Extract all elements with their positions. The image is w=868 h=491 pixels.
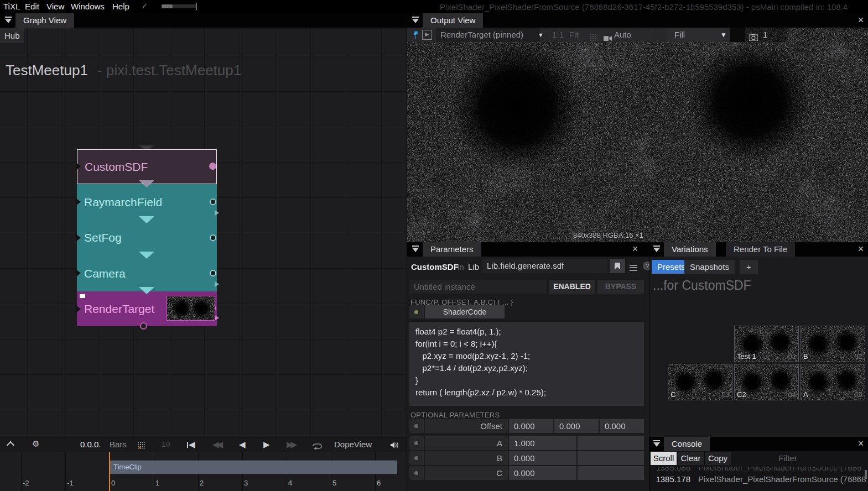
bookmark-button[interactable] bbox=[610, 259, 625, 273]
tab-variations[interactable]: Variations bbox=[664, 242, 716, 257]
menu-slider[interactable] bbox=[162, 4, 197, 8]
jump-to-start-button[interactable]: ◀ bbox=[187, 440, 195, 450]
snap-value[interactable]: 10 bbox=[162, 441, 170, 449]
graph-node-setfog[interactable]: SetFog bbox=[77, 220, 217, 255]
prev-keyframe-button[interactable]: ◀◀ bbox=[212, 440, 221, 450]
connection-triangle[interactable] bbox=[139, 252, 154, 259]
screenshot-camera-icon[interactable] bbox=[749, 31, 758, 45]
dopeview-button[interactable]: DopeView bbox=[334, 440, 372, 449]
console-copy-button[interactable]: Copy bbox=[705, 452, 731, 465]
panel-menu-icon[interactable] bbox=[653, 440, 661, 448]
close-icon[interactable]: × bbox=[855, 243, 866, 255]
shadercode-connection-pill[interactable] bbox=[409, 305, 424, 318]
panel-menu-icon[interactable] bbox=[653, 245, 661, 253]
param-connection-pill[interactable] bbox=[409, 451, 424, 465]
next-keyframe-button[interactable]: ▶▶ bbox=[287, 440, 295, 450]
input-slot[interactable] bbox=[76, 270, 81, 276]
param-value[interactable]: 0.000 bbox=[600, 419, 644, 433]
preset-thumbnail[interactable]: B 02 bbox=[801, 326, 865, 362]
close-icon[interactable]: × bbox=[855, 438, 866, 450]
bypass-toggle[interactable]: BYPASS bbox=[597, 280, 644, 294]
camera-auto-label[interactable]: Auto bbox=[614, 28, 631, 42]
namespace-path-field[interactable]: Lib.field.generate.sdf bbox=[482, 259, 607, 273]
camera-auto-icon[interactable] bbox=[604, 32, 612, 46]
time-clip[interactable]: TimeClip bbox=[110, 461, 397, 474]
console-scroll-button[interactable]: Scroll bbox=[651, 452, 677, 465]
panel-menu-icon[interactable] bbox=[412, 17, 419, 24]
param-value[interactable]: 1.000 bbox=[509, 436, 576, 450]
menu-windows[interactable]: Windows bbox=[71, 2, 105, 11]
input-slot[interactable] bbox=[76, 163, 81, 170]
preset-thumbnail[interactable]: A 05 bbox=[801, 364, 865, 400]
fit-button[interactable]: Fit bbox=[569, 28, 579, 42]
output-slot[interactable] bbox=[209, 163, 216, 170]
graph-canvas[interactable]: Hub TestMeetup1 - pixi.test.TestMeetup1 … bbox=[0, 28, 407, 437]
output-image[interactable] bbox=[407, 28, 868, 242]
settings-gear-icon[interactable]: ⚙ bbox=[32, 439, 39, 449]
param-connection-pill[interactable] bbox=[409, 436, 424, 450]
menu-view[interactable]: View bbox=[46, 2, 64, 11]
pinned-operator-label[interactable]: RenderTarget (pinned) bbox=[436, 28, 540, 42]
param-value[interactable]: 0.000 bbox=[509, 451, 576, 465]
menu-edit[interactable]: Edit bbox=[25, 2, 39, 11]
input-slot[interactable] bbox=[76, 306, 81, 312]
enabled-toggle[interactable]: ENABLED bbox=[549, 280, 595, 294]
zoom-1-1-button[interactable]: 1:1 bbox=[552, 28, 564, 42]
param-value[interactable]: 0.000 bbox=[509, 419, 553, 433]
graph-node-customsdf[interactable]: CustomSDF bbox=[77, 149, 217, 184]
shader-code-editor[interactable]: float4 p2 = float4(p, 1.); for(int i = 0… bbox=[409, 322, 644, 406]
timeline-ruler[interactable]: TimeClip -2 -1 0 1 2 3 4 5 6 bbox=[0, 452, 407, 491]
console-filter-input[interactable] bbox=[732, 452, 843, 465]
tab-output-view[interactable]: Output View bbox=[423, 13, 483, 28]
connection-triangle[interactable] bbox=[139, 180, 154, 187]
param-value-secondary[interactable] bbox=[578, 466, 644, 480]
tab-console[interactable]: Console bbox=[664, 437, 710, 451]
close-icon[interactable]: × bbox=[855, 14, 866, 26]
audio-speaker-icon[interactable] bbox=[390, 441, 399, 451]
close-icon[interactable]: × bbox=[630, 243, 641, 255]
graph-node-raymarchfield[interactable]: RaymarchField bbox=[77, 184, 217, 220]
fill-dropdown-icon[interactable]: ▼ bbox=[720, 28, 727, 42]
param-value-secondary[interactable] bbox=[578, 451, 644, 465]
secondary-output-arrow[interactable] bbox=[215, 281, 219, 287]
preset-thumbnail[interactable]: C 03 bbox=[668, 364, 732, 400]
secondary-output-arrow[interactable] bbox=[215, 315, 219, 321]
secondary-output-arrow[interactable] bbox=[215, 210, 219, 216]
tab-graph-view[interactable]: Graph View bbox=[15, 13, 74, 28]
output-slot[interactable] bbox=[140, 322, 147, 330]
playhead[interactable] bbox=[109, 452, 110, 491]
playback-box-icon[interactable]: ▶ bbox=[422, 30, 432, 40]
connection-triangle[interactable] bbox=[139, 216, 154, 223]
shadercode-button[interactable]: ShaderCode bbox=[425, 305, 505, 318]
add-preset-button[interactable]: + bbox=[740, 260, 758, 274]
namespace-label[interactable]: Lib bbox=[468, 262, 479, 271]
param-value[interactable]: 0.000 bbox=[509, 466, 576, 480]
menu-help[interactable]: Help bbox=[112, 2, 129, 11]
list-icon[interactable] bbox=[630, 263, 637, 273]
time-display[interactable]: 0.0.0. bbox=[80, 440, 101, 449]
param-connection-pill[interactable] bbox=[409, 419, 424, 433]
panel-menu-icon[interactable] bbox=[4, 17, 12, 24]
param-value-secondary[interactable] bbox=[578, 436, 644, 450]
snapshots-tab[interactable]: Snapshots bbox=[684, 260, 735, 274]
param-connection-pill[interactable] bbox=[409, 466, 424, 480]
graph-node-camera[interactable]: Camera bbox=[77, 255, 217, 291]
play-forward-button[interactable]: ▶ bbox=[263, 440, 270, 450]
panel-menu-icon[interactable] bbox=[412, 245, 419, 253]
snap-grid-icon[interactable] bbox=[137, 441, 145, 451]
connection-triangle[interactable] bbox=[139, 287, 154, 294]
tab-render-to-file[interactable]: Render To File bbox=[726, 242, 795, 257]
output-slot[interactable] bbox=[210, 234, 216, 241]
chevron-down-icon[interactable]: ▼ bbox=[538, 28, 544, 42]
pin-icon[interactable] bbox=[411, 30, 419, 41]
preset-thumbnail[interactable]: C2 04 bbox=[734, 364, 799, 400]
menu-tixl[interactable]: TiXL bbox=[3, 2, 20, 11]
output-slot[interactable] bbox=[210, 270, 216, 276]
loop-icon[interactable] bbox=[311, 442, 323, 451]
input-slot[interactable] bbox=[76, 199, 81, 205]
fill-mode-select[interactable]: Fill bbox=[667, 28, 725, 42]
tab-parameters[interactable]: Parameters bbox=[423, 242, 481, 257]
collapse-chevron-icon[interactable] bbox=[8, 440, 13, 450]
bars-mode-button[interactable]: Bars bbox=[110, 440, 127, 449]
play-backward-button[interactable]: ◀ bbox=[239, 440, 246, 450]
